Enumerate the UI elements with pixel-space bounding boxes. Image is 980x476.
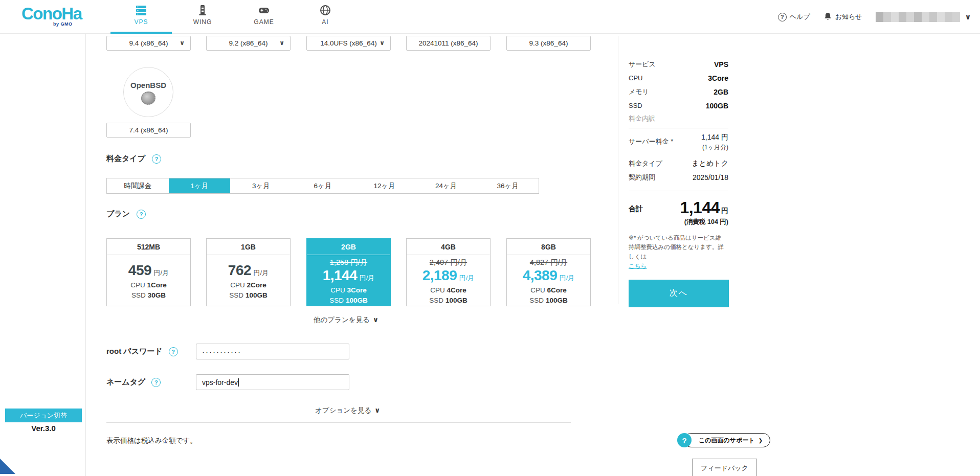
plan-price-unit: 円/月 <box>254 269 269 277</box>
fee-breakdown-label: 料金内訳 <box>629 114 728 123</box>
plan-price: 4,389 <box>523 267 558 283</box>
os-version-select-2[interactable]: 9.2 (x86_64) ∨ <box>206 36 291 51</box>
plan-name: 512MB <box>107 239 190 255</box>
nametag-help-icon[interactable]: ? <box>151 378 161 387</box>
show-options-link[interactable]: オプションを見る∨ <box>315 406 380 415</box>
show-more-plans-link[interactable]: 他のプランを見る∨ <box>314 315 378 325</box>
version-switch-button[interactable]: バージョン切替 <box>5 409 82 422</box>
show-more-plans-label: 他のプランを見る <box>314 316 370 324</box>
nav-tab-ai[interactable]: AI <box>295 0 356 34</box>
root-password-help-icon[interactable]: ? <box>169 347 178 356</box>
openbsd-version-select[interactable]: 7.4 (x86_64) <box>106 123 191 138</box>
contract-value: 2025/01/18 <box>693 173 728 182</box>
os-version-select-3[interactable]: 14.0UFS (x86_64) ∨ <box>306 36 391 51</box>
screen-support-label: この画面のサポート <box>699 436 755 445</box>
logo-subtext: by GMO <box>53 21 73 27</box>
help-link[interactable]: ? ヘルプ <box>778 12 810 21</box>
plan-specs: CPU 2Core SSD 100GB <box>207 280 290 300</box>
next-button[interactable]: 次へ <box>629 280 729 307</box>
version-label: Ver.3.0 <box>5 424 82 433</box>
tab-36month[interactable]: 36ヶ月 <box>477 178 539 193</box>
server-fee-period: (1ヶ月分) <box>701 143 728 152</box>
plan-price-unit: 円/月 <box>560 274 575 282</box>
top-header: ConoHa by GMO VPS WING GAME <box>0 0 980 34</box>
help-label: ヘルプ <box>790 12 810 21</box>
fee-type-value: まとめトク <box>692 159 728 168</box>
nav-tab-label: GAME <box>233 18 295 26</box>
server-icon <box>110 4 172 17</box>
nametag-input[interactable]: vps-for-dev <box>196 374 349 390</box>
nametag-value: vps-for-dev <box>202 378 238 387</box>
conoha-logo[interactable]: ConoHa by GMO <box>21 5 98 22</box>
billing-help-icon[interactable]: ? <box>152 154 161 164</box>
tab-24month[interactable]: 24ヶ月 <box>415 178 477 193</box>
os-card-openbsd[interactable]: OpenBSD <box>123 67 173 117</box>
tab-3month[interactable]: 3ヶ月 <box>230 178 292 193</box>
plan-card-8gb[interactable]: 8GB 4,827 円/月 4,389 円/月 CPU 6Core SSD 10… <box>506 238 591 306</box>
tab-1month[interactable]: 1ヶ月 <box>169 178 231 193</box>
summary-value: VPS <box>714 60 728 69</box>
contract-label: 契約期間 <box>629 173 655 182</box>
plan-card-2gb-selected[interactable]: 2GB 1,258 円/月 1,144 円/月 CPU 3Core SSD 10… <box>306 238 391 306</box>
plan-card-512mb[interactable]: 512MB 459 円/月 CPU 1Core SSD 30GB <box>106 238 191 306</box>
os-name: OpenBSD <box>124 81 173 89</box>
os-version-select-5[interactable]: 9.3 (x86_64) <box>506 36 591 51</box>
help-icon: ? <box>778 13 787 21</box>
plan-specs: CPU 4Core SSD 100GB <box>407 285 490 305</box>
active-tab-indicator <box>110 32 172 34</box>
select-value: 7.4 (x86_64) <box>129 126 168 134</box>
feedback-button[interactable]: フィードバック <box>692 459 757 476</box>
nav-tab-vps[interactable]: VPS <box>110 0 172 34</box>
fee-type-row: 料金タイプ まとめトク <box>629 156 728 170</box>
left-sidebar: バージョン切替 Ver.3.0 <box>0 34 86 476</box>
select-value: 20241011 (x86_64) <box>418 39 478 47</box>
plan-help-icon[interactable]: ? <box>137 210 146 219</box>
divider <box>629 128 728 128</box>
root-password-value: ··········· <box>202 347 241 356</box>
plan-specs: CPU 3Core SSD 100GB <box>307 285 390 305</box>
support-question-icon[interactable]: ? <box>677 433 692 447</box>
billing-type-label: 料金タイプ <box>106 154 145 164</box>
conoha-vps-create-page: ConoHa by GMO VPS WING GAME <box>0 0 980 476</box>
tab-hourly[interactable]: 時間課金 <box>107 178 169 193</box>
account-menu[interactable]: ∨ <box>876 12 971 22</box>
summary-row-ssd: SSD 100GB <box>629 99 728 112</box>
chevron-down-icon: ∨ <box>373 316 378 324</box>
news-link[interactable]: お知らせ <box>823 12 862 22</box>
nametag-label-row: ネームタグ ? <box>106 377 161 387</box>
mascot-wing-decoration <box>0 457 15 476</box>
os-version-select-4[interactable]: 20241011 (x86_64) <box>406 36 491 51</box>
note-text: ※* がついている商品はサービス維持調整費込みの価格となります。詳しくは <box>629 235 724 260</box>
show-options-label: オプションを見る <box>315 406 371 414</box>
summary-value: 100GB <box>706 102 728 110</box>
nav-tab-wing[interactable]: WING <box>172 0 233 34</box>
select-value: 9.4 (x86_64) <box>129 39 168 47</box>
chevron-down-icon: ∨ <box>965 13 971 21</box>
service-fee-note: ※* がついている商品はサービス維持調整費込みの価格となります。詳しくは こちら <box>629 233 724 271</box>
building-icon <box>172 4 233 17</box>
plan-label-row: プラン ? <box>106 209 146 219</box>
pufferfish-icon <box>141 92 155 105</box>
tab-12month[interactable]: 12ヶ月 <box>353 178 415 193</box>
plan-price: 1,144 <box>323 267 358 283</box>
plan-card-4gb[interactable]: 4GB 2,407 円/月 2,189 円/月 CPU 4Core SSD 10… <box>406 238 491 306</box>
os-version-select-1[interactable]: 9.4 (x86_64) ∨ <box>106 36 191 51</box>
tab-6month[interactable]: 6ヶ月 <box>292 178 354 193</box>
select-value: 14.0UFS (x86_64) <box>320 39 376 47</box>
chevron-down-icon: ∨ <box>180 39 185 47</box>
nav-tab-label: AI <box>295 18 356 26</box>
logo-text: ConoHa <box>21 4 82 23</box>
screen-support-button[interactable]: この画面のサポート ❯ <box>684 433 770 447</box>
bell-icon <box>823 12 832 22</box>
total-tax: (消費税 104 円) <box>680 218 728 226</box>
plan-name: 1GB <box>207 239 290 255</box>
server-fee-value: 1,144 円 <box>701 133 728 142</box>
plan-old-price: 4,827 円/月 <box>507 258 590 267</box>
plan-card-1gb[interactable]: 1GB 762 円/月 CPU 2Core SSD 100GB <box>206 238 291 306</box>
chevron-down-icon: ∨ <box>374 406 380 414</box>
news-label: お知らせ <box>835 12 862 21</box>
plan-name: 4GB <box>407 239 490 255</box>
note-detail-link[interactable]: こちら <box>629 263 647 269</box>
nav-tab-game[interactable]: GAME <box>233 0 295 34</box>
root-password-input[interactable]: ··········· <box>196 344 349 359</box>
